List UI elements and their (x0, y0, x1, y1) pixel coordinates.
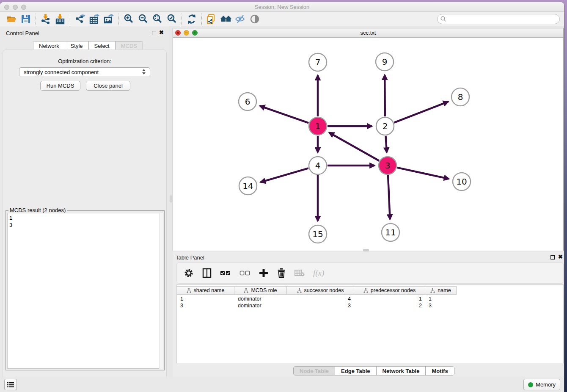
float-panel-icon[interactable] (152, 31, 156, 35)
column-header-MCDS-role[interactable]: MCDS role (234, 287, 287, 294)
memory-button[interactable]: Memory (523, 379, 560, 390)
close-panel-icon[interactable]: ✖ (159, 29, 164, 36)
column-header-successor-nodes[interactable]: successor nodes (287, 287, 354, 294)
graph-node-4[interactable]: 4 (309, 157, 327, 174)
run-mcds-button[interactable]: Run MCDS (40, 81, 80, 91)
first-neighbors-icon[interactable] (184, 13, 199, 25)
list-icon (7, 382, 14, 388)
unselect-all-columns-icon[interactable] (239, 270, 250, 276)
mcds-pane: Optimization criterion: strongly connect… (3, 50, 167, 392)
float-table-panel-icon[interactable] (550, 255, 555, 259)
export-table-icon[interactable] (87, 13, 102, 25)
table-cell: 3 (425, 302, 457, 309)
table-row[interactable]: 3dominator323 (177, 302, 457, 309)
result-scrollbar[interactable] (159, 213, 163, 369)
search-input[interactable] (437, 14, 560, 24)
node-table: shared nameMCDS rolesuccessor nodesprede… (176, 284, 564, 363)
network-title-bar: ✕ − + scc.txt (173, 28, 563, 38)
status-bar: Memory (0, 377, 564, 392)
sort-column-icon (297, 288, 302, 293)
tab-select[interactable]: Select (89, 41, 116, 50)
table-row[interactable]: 1dominator411 (177, 295, 457, 302)
delete-column-icon[interactable] (277, 268, 286, 278)
tab-motifs[interactable]: Motifs (426, 367, 454, 375)
table-tabs: Node TableEdge TableNetwork TableMotifs (293, 366, 454, 375)
graph-node-9[interactable]: 9 (376, 53, 394, 71)
graph-node-8[interactable]: 8 (451, 88, 469, 106)
network-canvas[interactable]: 7968124314101511 (173, 38, 563, 251)
show-all-icon[interactable] (248, 13, 262, 25)
tab-node-table[interactable]: Node Table (294, 367, 335, 375)
network-resize-grip[interactable] (363, 249, 369, 251)
graph-node-6[interactable]: 6 (239, 93, 256, 110)
graph-node-2[interactable]: 2 (376, 117, 394, 135)
split-column-icon[interactable] (202, 268, 212, 278)
home-layout-icon[interactable] (219, 13, 233, 25)
column-label: shared name (194, 287, 225, 293)
graph-node-7[interactable]: 7 (309, 53, 327, 71)
import-table-icon[interactable] (53, 13, 67, 25)
criterion-dropdown[interactable]: strongly connected component (19, 67, 150, 77)
main-toolbar (0, 12, 564, 26)
task-history-button[interactable] (4, 379, 17, 390)
graph-edge-3-10[interactable] (397, 168, 449, 179)
zoom-out-icon[interactable] (136, 13, 150, 25)
table-panel-title: Table Panel (176, 254, 204, 261)
graph-node-14[interactable]: 14 (239, 177, 257, 195)
delete-table-icon[interactable] (295, 269, 305, 277)
sort-column-icon (187, 288, 191, 293)
graph-edge-3-11[interactable] (388, 175, 390, 219)
tab-network-table[interactable]: Network Table (377, 367, 426, 375)
svg-text:4: 4 (315, 160, 321, 171)
column-label: successor nodes (304, 287, 344, 293)
close-panel-button[interactable]: Close panel (86, 81, 130, 91)
gear-icon[interactable] (184, 268, 194, 278)
column-header-shared-name[interactable]: shared name (177, 287, 234, 294)
table-cell: 3 (177, 302, 234, 309)
close-table-panel-icon[interactable]: ✖ (558, 254, 563, 260)
vertical-splitter[interactable] (169, 26, 173, 377)
graph-node-1[interactable]: 1 (309, 117, 327, 135)
column-header-name[interactable]: name (425, 287, 457, 294)
splitter-grip[interactable] (170, 196, 172, 202)
graph-node-15[interactable]: 15 (309, 225, 327, 243)
svg-text:3: 3 (385, 160, 391, 171)
tab-edge-table[interactable]: Edge Table (335, 367, 376, 375)
tab-mcds[interactable]: MCDS (116, 41, 143, 50)
memory-label: Memory (536, 381, 556, 388)
graph-edge-2-3[interactable] (385, 136, 387, 152)
graph-edge-2-8[interactable] (394, 102, 448, 122)
table-cell: 2 (354, 302, 425, 309)
table-cell: 3 (287, 302, 354, 309)
graph-node-10[interactable]: 10 (453, 173, 471, 190)
tab-style[interactable]: Style (65, 41, 89, 50)
zoom-selected-icon[interactable] (165, 13, 179, 25)
graph-node-3[interactable]: 3 (379, 157, 396, 174)
memory-status-icon (528, 382, 533, 387)
main-content: Control Panel ✖ NetworkStyleSelectMCDS O… (0, 26, 564, 377)
import-network-icon[interactable] (39, 13, 53, 25)
select-all-columns-icon[interactable] (220, 270, 231, 276)
column-header-predecessor-nodes[interactable]: predecessor nodes (354, 287, 425, 294)
mcds-result-text[interactable]: 13 (7, 213, 163, 369)
graph-edge-4-14[interactable] (261, 168, 308, 182)
zoom-in-icon[interactable] (121, 13, 136, 25)
svg-text:9: 9 (382, 57, 388, 67)
open-session-icon[interactable] (4, 13, 19, 25)
column-label: name (438, 287, 451, 293)
export-network-icon[interactable] (73, 13, 87, 25)
graph-edge-3-1[interactable] (329, 133, 379, 160)
graph-edge-2-9[interactable] (385, 75, 385, 116)
function-builder-icon[interactable]: f(x) (313, 268, 324, 278)
tab-network[interactable]: Network (33, 41, 65, 50)
add-column-icon[interactable] (259, 268, 268, 278)
table-cell: 1 (354, 295, 425, 302)
hide-selected-icon[interactable] (233, 13, 248, 25)
export-image-icon[interactable] (102, 13, 116, 25)
stepper-icon (142, 69, 146, 76)
duplicate-network-icon[interactable] (204, 13, 219, 25)
save-session-icon[interactable] (19, 13, 33, 25)
zoom-fit-icon[interactable] (150, 13, 165, 25)
graph-node-11[interactable]: 11 (382, 224, 399, 241)
graph-edge-1-6[interactable] (260, 106, 308, 123)
